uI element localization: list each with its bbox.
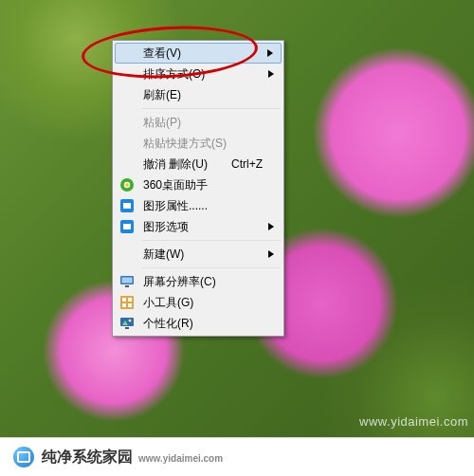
- intel-graphics-icon: [119, 219, 135, 234]
- svg-marker-0: [267, 49, 273, 57]
- submenu-arrow-icon: [268, 70, 274, 78]
- footer-logo-icon: [13, 447, 34, 467]
- svg-rect-13: [125, 285, 129, 287]
- svg-rect-16: [128, 298, 132, 302]
- menu-item[interactable]: 查看(V): [115, 43, 282, 64]
- svg-marker-9: [268, 223, 274, 230]
- menu-item[interactable]: 360桌面助手: [115, 174, 282, 195]
- watermark-bottom-right: www.yidaimei.com: [359, 414, 468, 429]
- submenu-arrow-icon: [268, 250, 274, 258]
- menu-item-shortcut: Ctrl+Z: [231, 157, 263, 171]
- footer-bar: 纯净系统家园 www.yidaimei.com: [0, 437, 474, 476]
- footer-url: www.yidaimei.com: [138, 453, 223, 464]
- svg-rect-6: [123, 203, 131, 209]
- menu-item: 粘贴(P): [115, 112, 282, 133]
- svg-marker-1: [268, 70, 274, 78]
- footer-brand-text: 纯净系统家园 www.yidaimei.com: [42, 448, 223, 467]
- svg-marker-10: [268, 250, 274, 258]
- menu-item[interactable]: 刷新(E): [115, 84, 282, 105]
- menu-separator: [141, 267, 281, 268]
- menu-item[interactable]: 撤消 删除(U)Ctrl+Z: [115, 154, 282, 174]
- menu-separator: [141, 108, 281, 109]
- menu-item[interactable]: 小工具(G): [115, 292, 282, 313]
- menu-item-label: 刷新(E): [143, 87, 181, 103]
- svg-rect-15: [122, 298, 126, 302]
- menu-item-label: 粘贴快捷方式(S): [143, 136, 227, 152]
- menu-item-label: 图形属性......: [143, 198, 208, 214]
- menu-item-label: 撤消 删除(U): [143, 156, 208, 173]
- svg-rect-22: [125, 327, 129, 329]
- svg-point-21: [129, 320, 132, 322]
- svg-rect-12: [122, 278, 133, 284]
- svg-rect-18: [128, 303, 132, 307]
- context-menu: 查看(V)排序方式(O)刷新(E)粘贴(P)粘贴快捷方式(S)撤消 删除(U)C…: [112, 40, 284, 337]
- menu-item: 粘贴快捷方式(S): [115, 133, 282, 154]
- menu-item-label: 图形选项: [143, 219, 189, 235]
- svg-rect-8: [123, 224, 131, 229]
- menu-item-label: 排序方式(O): [143, 66, 205, 82]
- menu-item-label: 粘贴(P): [143, 115, 181, 131]
- footer-brand: 纯净系统家园: [42, 448, 133, 467]
- svg-point-4: [125, 183, 129, 187]
- menu-item[interactable]: 个性化(R): [115, 313, 282, 334]
- personalize-icon: [119, 316, 135, 331]
- gadgets-icon: [119, 295, 135, 310]
- menu-item[interactable]: 排序方式(O): [115, 64, 282, 84]
- menu-item[interactable]: 图形选项: [115, 216, 282, 237]
- menu-item-label: 新建(W): [143, 247, 184, 263]
- menu-item[interactable]: 屏幕分辨率(C): [115, 271, 282, 292]
- menu-item[interactable]: 新建(W): [115, 244, 282, 265]
- menu-item-label: 个性化(R): [143, 316, 193, 332]
- monitor-icon: [119, 274, 135, 289]
- submenu-arrow-icon: [267, 49, 273, 57]
- 360-icon: [119, 177, 135, 192]
- intel-graphics-icon: [119, 198, 135, 213]
- menu-item-label: 查看(V): [143, 46, 181, 62]
- svg-rect-17: [122, 303, 126, 307]
- menu-item-label: 小工具(G): [143, 295, 193, 311]
- menu-item[interactable]: 图形属性......: [115, 195, 282, 216]
- submenu-arrow-icon: [268, 223, 274, 230]
- menu-item-label: 屏幕分辨率(C): [143, 274, 216, 290]
- menu-separator: [141, 240, 281, 241]
- menu-item-label: 360桌面助手: [143, 177, 208, 193]
